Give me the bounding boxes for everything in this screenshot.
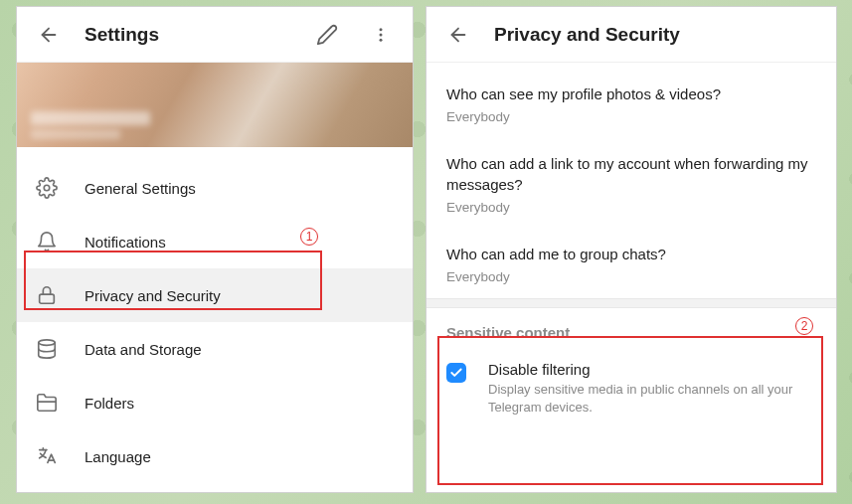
- privacy-question: Who can add me to group chats?: [446, 245, 816, 264]
- profile-name-blurred: [31, 111, 150, 139]
- privacy-row-forward-link[interactable]: Who can add a link to my account when fo…: [426, 138, 836, 229]
- menu-item-language[interactable]: Language: [17, 429, 413, 483]
- settings-panel: Settings General Settings Notifications: [16, 6, 414, 493]
- menu-item-label: Privacy and Security: [85, 287, 221, 304]
- privacy-header: Privacy and Security: [426, 7, 836, 63]
- privacy-panel: Privacy and Security Who can see my prof…: [426, 6, 837, 493]
- menu-item-label: Notifications: [85, 234, 166, 251]
- privacy-body: Who can see my profile photos & videos? …: [426, 63, 836, 492]
- arrow-left-icon: [447, 24, 469, 46]
- more-button[interactable]: [363, 17, 399, 53]
- menu-item-label: Data and Storage: [85, 341, 202, 358]
- arrow-left-icon: [38, 24, 60, 46]
- back-button[interactable]: [31, 17, 67, 53]
- gear-icon: [35, 176, 59, 200]
- settings-title: Settings: [85, 24, 291, 46]
- menu-item-label: General Settings: [85, 180, 196, 197]
- privacy-row-profile-photos[interactable]: Who can see my profile photos & videos? …: [426, 69, 836, 138]
- settings-header: Settings: [17, 7, 413, 63]
- svg-point-1: [380, 28, 383, 31]
- folder-icon: [35, 391, 59, 415]
- privacy-question: Who can see my profile photos & videos?: [446, 84, 816, 104]
- more-vertical-icon: [372, 26, 390, 44]
- svg-point-2: [380, 33, 383, 36]
- menu-item-privacy-security[interactable]: Privacy and Security: [17, 268, 413, 322]
- check-icon: [449, 366, 463, 380]
- pencil-icon: [316, 24, 338, 46]
- menu-item-folders[interactable]: Folders: [17, 376, 413, 429]
- privacy-row-group-chats[interactable]: Who can add me to group chats? Everybody: [426, 229, 836, 298]
- menu-item-notifications[interactable]: Notifications: [17, 215, 413, 268]
- settings-menu: General Settings Notifications Privacy a…: [17, 161, 413, 492]
- disable-filtering-row[interactable]: Disable filtering Display sensitive medi…: [426, 345, 836, 431]
- svg-point-3: [380, 38, 383, 41]
- privacy-value: Everybody: [446, 269, 816, 284]
- profile-cover-image[interactable]: [17, 63, 413, 147]
- back-button[interactable]: [440, 17, 476, 53]
- svg-point-6: [39, 340, 56, 346]
- section-divider: [426, 298, 836, 308]
- sensitive-content-heading: Sensitive content: [426, 308, 836, 345]
- disable-filtering-label: Disable filtering: [488, 361, 816, 378]
- privacy-value: Everybody: [446, 200, 816, 215]
- disable-filtering-description: Display sensitive media in public channe…: [488, 381, 816, 416]
- menu-item-data-storage[interactable]: Data and Storage: [17, 322, 413, 376]
- database-icon: [35, 337, 59, 361]
- privacy-value: Everybody: [446, 109, 816, 124]
- privacy-title: Privacy and Security: [494, 24, 822, 46]
- bell-icon: [35, 230, 59, 253]
- edit-button[interactable]: [309, 17, 345, 53]
- svg-rect-5: [40, 294, 55, 303]
- svg-point-4: [44, 185, 50, 191]
- lock-icon: [35, 283, 59, 307]
- menu-item-general-settings[interactable]: General Settings: [17, 161, 413, 215]
- disable-filtering-checkbox[interactable]: [446, 363, 466, 383]
- menu-item-label: Folders: [85, 395, 134, 412]
- privacy-question: Who can add a link to my account when fo…: [446, 154, 816, 195]
- language-icon: [35, 444, 59, 468]
- menu-item-label: Language: [85, 448, 151, 465]
